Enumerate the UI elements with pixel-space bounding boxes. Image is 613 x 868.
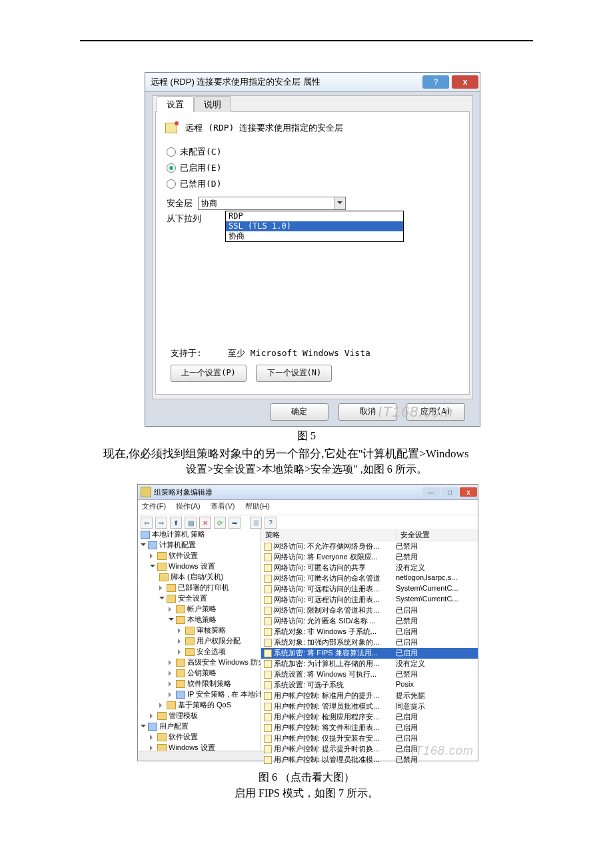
security-layer-dropdown[interactable]: RDP SSL (TLS 1.0) 协商 [225, 211, 404, 242]
tree-scripts[interactable]: 脚本 (启动/关机) [171, 573, 223, 581]
tree-user-config[interactable]: 用户配置 [159, 722, 189, 730]
list-row[interactable]: 系统对象: 加强内部系统对象的...已启用 [261, 637, 478, 648]
list-row[interactable]: 系统设置: 可选子系统Posix [261, 680, 478, 691]
tree-audit-policy[interactable]: 审核策略 [197, 626, 226, 634]
help-icon[interactable]: ? [265, 517, 277, 529]
close-button[interactable]: x [452, 75, 478, 89]
close-button[interactable]: x [460, 487, 477, 497]
list-row[interactable]: 用户帐户控制: 标准用户的提升...提示凭据 [261, 691, 478, 701]
forward-icon[interactable]: ⇨ [155, 517, 167, 529]
tab-panel: 远程 (RDP) 连接要求使用指定的安全层 未配置(C) 已启用(E) 已禁用(… [155, 111, 470, 395]
policy-icon [264, 681, 272, 689]
list-row[interactable]: 用户帐户控制: 将文件和注册表...已启用 [261, 723, 478, 733]
radio-disabled[interactable]: 已禁用(D) [167, 178, 464, 190]
list-body[interactable]: 网络访问: 不允许存储网络身份...已禁用网络访问: 将 Everyone 权限… [261, 541, 478, 765]
tree-root[interactable]: 本地计算机 策略 [152, 530, 205, 538]
row-setting: 已启用 [393, 637, 472, 648]
dropdown-opt-rdp[interactable]: RDP [226, 211, 403, 221]
tree-printers[interactable]: 已部署的打印机 [178, 583, 229, 591]
tree-admin-templates[interactable]: 管理模板 [169, 711, 198, 719]
list-row[interactable]: 网络访问: 可远程访问的注册表...System\CurrentC... [261, 595, 478, 605]
col-policy[interactable]: 策略 [261, 529, 396, 541]
policy-icon [264, 596, 272, 604]
list-row[interactable]: 网络访问: 允许匿名 SID/名称 ...已禁用 [261, 616, 478, 627]
radio-enabled[interactable]: 已启用(E) [167, 162, 464, 174]
prev-setting-button[interactable]: 上一个设置(P) [171, 365, 247, 382]
menu-help[interactable]: 帮助(H) [245, 502, 270, 510]
delete-icon[interactable]: ✕ [199, 517, 211, 529]
list-row[interactable]: 用户帐户控制: 以管理员批准模...已禁用 [261, 755, 478, 765]
tree-software-settings[interactable]: 软件设置 [169, 551, 198, 559]
ok-button[interactable]: 确定 [270, 403, 328, 421]
row-setting: System\CurrentC... [393, 584, 472, 595]
tab-description[interactable]: 说明 [194, 96, 231, 112]
security-layer-combo[interactable]: 协商 [198, 197, 346, 210]
refresh-icon[interactable]: ⟳ [214, 517, 226, 529]
tree-public-key[interactable]: 公钥策略 [187, 669, 217, 677]
row-setting: 已禁用 [393, 755, 472, 765]
tree-user-rights[interactable]: 用户权限分配 [197, 637, 241, 645]
ipsec-icon [176, 691, 185, 699]
up-icon[interactable]: ⬆ [170, 517, 182, 529]
tree-windows-settings[interactable]: Windows 设置 [169, 562, 215, 570]
help-button[interactable]: ? [422, 75, 449, 89]
menu-action[interactable]: 操作(A) [176, 502, 201, 510]
tree-security-settings[interactable]: 安全设置 [178, 594, 207, 602]
radio-not-configured[interactable]: 未配置(C) [167, 146, 464, 158]
tree-firewall[interactable]: 高级安全 Windows 防火墙 [187, 658, 261, 666]
list-row[interactable]: 系统对象: 非 Windows 子系统...已启用 [261, 627, 478, 637]
list-row[interactable]: 用户帐户控制: 检测应用程序安...已启用 [261, 712, 478, 723]
tab-settings[interactable]: 设置 [157, 96, 194, 112]
tree-u-software[interactable]: 软件设置 [169, 733, 198, 741]
row-policy: 用户帐户控制: 管理员批准模式... [274, 702, 379, 710]
list-row[interactable]: 网络访问: 将 Everyone 权限应...已禁用 [261, 552, 478, 563]
show-icon[interactable]: ▤ [185, 517, 197, 529]
col-setting[interactable]: 安全设置 [396, 529, 478, 541]
list-row[interactable]: 用户帐户控制: 管理员批准模式...同意提示 [261, 701, 478, 712]
tree-scrollbar[interactable] [138, 751, 261, 761]
tab-bar: 设置 说明 [157, 96, 231, 112]
dropdown-opt-negotiate[interactable]: 协商 [226, 231, 403, 241]
computer-icon [148, 541, 157, 549]
list-row[interactable]: 用户帐户控制: 提示提升时切换...已启用 [261, 744, 478, 755]
row-policy: 系统对象: 加强内部系统对象的... [274, 638, 379, 646]
apply-button[interactable]: 应用(A) [406, 403, 465, 421]
list-row[interactable]: 系统加密: 将 FIPS 兼容算法用...已启用 [261, 648, 478, 659]
menu-view[interactable]: 查看(V) [211, 502, 235, 510]
tree-pane[interactable]: 本地计算机 策略 计算机配置 软件设置 Windows 设置 脚本 (启动/关机… [138, 529, 261, 761]
list-row[interactable]: 网络访问: 可匿名访问的命名管道netlogon,lsarpc,s... [261, 573, 478, 584]
chevron-down-icon[interactable] [334, 197, 345, 209]
tree-software-restrict[interactable]: 软件限制策略 [187, 679, 231, 687]
row-policy: 用户帐户控制: 将文件和注册表... [274, 723, 379, 731]
cancel-button[interactable]: 取消 [338, 403, 397, 421]
fig5-titlebar: 远程 (RDP) 连接要求使用指定的安全层 属性 ? x [145, 73, 480, 92]
dropdown-opt-ssl[interactable]: SSL (TLS 1.0) [226, 221, 403, 231]
list-row[interactable]: 网络访问: 可匿名访问的共享没有定义 [261, 563, 478, 573]
list-row[interactable]: 系统加密: 为计算机上存储的用...没有定义 [261, 659, 478, 669]
policy-icon [264, 703, 272, 711]
policy-icon [264, 735, 272, 743]
tree-qos[interactable]: 基于策略的 QoS [178, 701, 231, 709]
next-setting-button[interactable]: 下一个设置(N) [256, 365, 332, 382]
list-row[interactable]: 用户帐户控制: 仅提升安装在安...已启用 [261, 733, 478, 744]
properties-icon[interactable]: ☰ [250, 517, 262, 529]
tree-account-policies[interactable]: 帐户策略 [187, 605, 217, 613]
row-setting: 已启用 [393, 712, 472, 723]
menu-file[interactable]: 文件(F) [142, 502, 166, 510]
export-icon[interactable]: ➥ [229, 517, 241, 529]
folder-icon [185, 627, 195, 635]
list-row[interactable]: 网络访问: 限制对命名管道和共...已启用 [261, 605, 478, 616]
folder-icon [157, 563, 167, 571]
tree-computer-config[interactable]: 计算机配置 [159, 541, 196, 549]
qos-icon [167, 701, 176, 709]
row-setting: 已启用 [393, 744, 472, 755]
list-row[interactable]: 网络访问: 不允许存储网络身份...已禁用 [261, 541, 478, 552]
minimize-button[interactable]: — [422, 487, 440, 497]
back-icon[interactable]: ⇦ [141, 517, 153, 529]
tree-ipsec[interactable]: IP 安全策略 , 在 本地计算机 [187, 690, 261, 698]
tree-local-policies[interactable]: 本地策略 [187, 615, 217, 623]
list-row[interactable]: 网络访问: 可远程访问的注册表...System\CurrentC... [261, 584, 478, 595]
tree-security-options[interactable]: 安全选项 [197, 647, 226, 655]
maximize-button[interactable]: □ [441, 487, 458, 497]
list-row[interactable]: 系统设置: 将 Windows 可执行...已禁用 [261, 669, 478, 680]
